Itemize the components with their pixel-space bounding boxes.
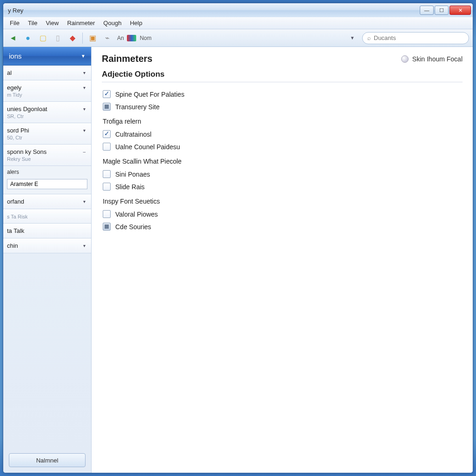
minimize-button[interactable]: — — [420, 6, 434, 15]
sidebar-item-label: chin — [7, 242, 18, 249]
checkbox[interactable] — [103, 210, 111, 218]
option-row[interactable]: Slide Rais — [102, 180, 463, 193]
sidebar-input-row — [3, 177, 91, 194]
menu-item[interactable]: View — [46, 20, 59, 26]
skin-selector[interactable]: Skin Ihoum Focal — [401, 55, 463, 63]
sidebar-item-label: unies Dgonloat — [7, 106, 47, 112]
chevron-down-icon: ▾ — [83, 106, 86, 112]
window-title: y Rey — [8, 7, 23, 14]
option-row[interactable]: Cultratainosl — [102, 128, 463, 140]
main-header: Rainmeters Skin Ihoum Focal — [102, 53, 463, 64]
sidebar-item-label: orfand — [7, 198, 24, 205]
toolbar: ◄ ● ▢ ▯ ◆ ▣ ⌁ An Nom ▼ ⌕ — [3, 29, 473, 47]
sidebar-item[interactable]: sponn ky Sons– Rekry Sue — [3, 145, 91, 166]
sidebar-item-label: ta Talk — [7, 227, 86, 234]
sidebar-action-button[interactable]: Nalmnel — [9, 453, 86, 467]
option-row[interactable]: Sini Ponaes — [102, 168, 463, 180]
section-divider — [102, 82, 463, 82]
checkbox[interactable] — [103, 183, 111, 191]
sidebar-header[interactable]: ions ▼ — [3, 47, 91, 66]
skin-label: Skin Ihoum Focal — [412, 55, 463, 63]
page-title: Rainmeters — [102, 53, 152, 64]
maximize-button[interactable]: ☐ — [435, 6, 449, 15]
sidebar-item[interactable]: unies Dgonloat▾ SR, Ctr — [3, 102, 91, 123]
option-row[interactable]: Ualne Counel Paidesu — [102, 140, 463, 153]
sidebar-section-label: alers — [3, 166, 91, 177]
note-icon[interactable]: ▢ — [37, 32, 49, 44]
close-button[interactable]: ✕ — [450, 6, 471, 15]
menu-item[interactable]: Tile — [28, 20, 37, 26]
option-label: Sini Ponaes — [115, 171, 150, 178]
sidebar-item-sub: SR, Ctr — [7, 113, 86, 119]
chevron-down-icon: ▾ — [83, 243, 86, 248]
option-label: Ualne Counel Paidesu — [115, 143, 180, 151]
option-label: Valoral Piowes — [115, 211, 158, 218]
menu-item[interactable]: Qough — [103, 20, 121, 26]
sidebar-item[interactable]: s Ta Risk — [3, 209, 91, 224]
sidebar-header-label: ions — [9, 52, 22, 60]
back-icon[interactable]: ◄ — [7, 32, 19, 44]
search-icon: ⌕ — [367, 34, 371, 41]
sidebar-item-label: al — [7, 69, 12, 76]
sidebar-item[interactable]: orfand▾ — [3, 194, 91, 209]
sidebar-item[interactable]: chin▾ — [3, 238, 91, 253]
sidebar-footer: Nalmnel — [3, 448, 91, 473]
search-box[interactable]: ⌕ — [362, 32, 469, 44]
sidebar-item[interactable]: sord Phi▾ 50, Ctr — [3, 123, 91, 145]
option-label: Cde Souries — [115, 223, 151, 231]
sidebar-item-sub: Rekry Sue — [7, 156, 86, 162]
sidebar-item[interactable]: al▾ — [3, 66, 91, 80]
main-panel: Rainmeters Skin Ihoum Focal Adjectie Opt… — [92, 47, 473, 473]
section-title: Adjectie Options — [102, 70, 463, 79]
lock-icon[interactable]: ◆ — [66, 32, 79, 44]
sidebar-item-label: egely — [7, 84, 21, 91]
checkbox[interactable] — [103, 103, 111, 111]
checkbox[interactable] — [103, 143, 111, 151]
chevron-down-icon: ▾ — [83, 128, 86, 133]
option-label: Cultratainosl — [115, 131, 152, 138]
menu-item[interactable]: Rainmeter — [67, 20, 95, 26]
option-group-label: Magle Scallin What Piecole — [103, 158, 463, 165]
toolbar-separator — [82, 33, 83, 44]
minus-icon: – — [83, 149, 86, 154]
chevron-down-icon: ▾ — [83, 70, 86, 75]
app-window: y Rey — ☐ ✕ File Tile View Rainmeter Qou… — [3, 3, 473, 473]
sidebar-input[interactable] — [7, 179, 87, 189]
option-label: Slide Rais — [115, 183, 145, 191]
search-input[interactable] — [374, 34, 464, 41]
sidebar-item-sub: 50, Ctr — [7, 135, 86, 140]
sidebar-item-sub: m Tidy — [7, 92, 86, 98]
toolbar-dropdown[interactable]: ▼ — [350, 35, 355, 40]
option-row[interactable]: Transurery Site — [102, 100, 463, 113]
menubar: File Tile View Rainmeter Qough Help — [3, 17, 473, 29]
sidebar-item-label: sord Phi — [7, 127, 29, 134]
folder-icon[interactable]: ▣ — [86, 32, 99, 44]
sidebar-item[interactable]: egely▾ m Tidy — [3, 80, 91, 102]
window-controls: — ☐ ✕ — [420, 6, 471, 15]
option-group-label: Trofiga relern — [103, 118, 463, 125]
toolbar-label: Nom — [140, 35, 152, 41]
option-label: Transurery Site — [115, 103, 159, 111]
sidebar-item-sub: s Ta Risk — [7, 214, 86, 219]
menu-item[interactable]: File — [10, 20, 20, 26]
checkbox[interactable] — [103, 223, 111, 231]
checkbox[interactable] — [103, 130, 111, 138]
option-label: Spine Quet For Palaties — [115, 91, 185, 98]
chevron-down-icon: ▼ — [81, 53, 86, 59]
color-swatch-icon[interactable] — [127, 35, 136, 41]
checkbox[interactable] — [103, 90, 111, 98]
chevron-down-icon: ▾ — [83, 85, 86, 90]
sidebar-item[interactable]: ta Talk — [3, 224, 91, 238]
option-row[interactable]: Spine Quet For Palaties — [102, 88, 463, 100]
sidebar-item-label: sponn ky Sons — [7, 148, 46, 155]
toolbar-label: An — [117, 35, 124, 41]
option-group-label: Inspy Font Seuetics — [103, 198, 463, 205]
edit-icon[interactable]: ⌁ — [101, 32, 113, 44]
page-icon[interactable]: ▯ — [52, 32, 64, 44]
checkbox[interactable] — [103, 170, 111, 178]
menu-item[interactable]: Help — [130, 20, 142, 26]
globe-icon[interactable]: ● — [22, 32, 34, 44]
option-row[interactable]: Valoral Piowes — [102, 208, 463, 220]
skin-dot-icon — [401, 55, 409, 63]
option-row[interactable]: Cde Souries — [102, 220, 463, 233]
